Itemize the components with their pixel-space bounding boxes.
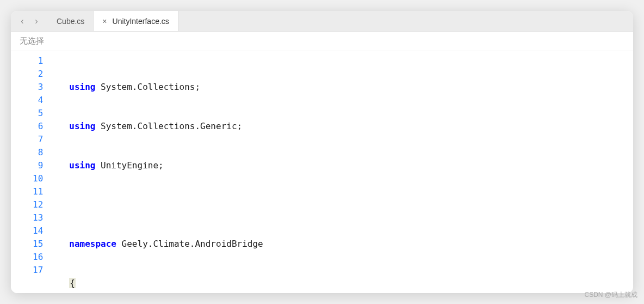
line-number: 15 xyxy=(33,238,43,251)
tab-unityinterface[interactable]: × UnityInterface.cs xyxy=(94,11,178,31)
line-number: 16 xyxy=(33,251,43,264)
tab-label: Cube.cs xyxy=(57,17,84,26)
line-number: 5 xyxy=(33,107,43,120)
line-number: 6 xyxy=(33,120,43,133)
line-number: 13 xyxy=(33,211,43,224)
code-line: using System.Collections.Generic; xyxy=(53,120,633,133)
line-number: 10 xyxy=(33,172,43,185)
line-number: 14 xyxy=(33,224,43,238)
line-number: 3 xyxy=(33,81,43,94)
line-number: 4 xyxy=(33,94,43,107)
breadcrumb[interactable]: 无选择 xyxy=(11,32,633,51)
code-line: using System.Collections; xyxy=(53,81,633,94)
line-gutter: 1 2 3 4 5 6 7 8 9 10 11 12 13 14 15 16 1… xyxy=(11,51,53,293)
tab-label: UnityInterface.cs xyxy=(113,17,169,26)
code-content[interactable]: using System.Collections; using System.C… xyxy=(53,51,633,293)
editor-window: ‹ › Cube.cs × UnityInterface.cs 无选择 1 2 … xyxy=(11,11,633,293)
line-number: 17 xyxy=(33,264,43,277)
close-icon[interactable]: × xyxy=(102,17,107,26)
nav-arrows: ‹ › xyxy=(11,16,48,26)
nav-forward-icon[interactable]: › xyxy=(32,16,41,26)
tab-bar: ‹ › Cube.cs × UnityInterface.cs xyxy=(11,11,633,32)
tab-cube[interactable]: Cube.cs xyxy=(48,11,94,31)
code-line: namespace Geely.Climate.AndroidBridge xyxy=(53,238,633,251)
watermark: CSDN @码上就成 xyxy=(584,290,637,300)
code-line: using UnityEngine; xyxy=(53,159,633,172)
line-number: 8 xyxy=(33,146,43,159)
nav-back-icon[interactable]: ‹ xyxy=(17,16,27,26)
line-number: 7 xyxy=(33,133,43,146)
code-editor[interactable]: 1 2 3 4 5 6 7 8 9 10 11 12 13 14 15 16 1… xyxy=(11,51,633,293)
line-number: 9 xyxy=(33,159,43,172)
line-number: 2 xyxy=(33,68,43,81)
line-number: 1 xyxy=(33,54,43,68)
line-number: 12 xyxy=(33,198,43,211)
code-line xyxy=(53,198,633,211)
line-number: 11 xyxy=(33,185,43,198)
code-line: { xyxy=(53,277,633,290)
